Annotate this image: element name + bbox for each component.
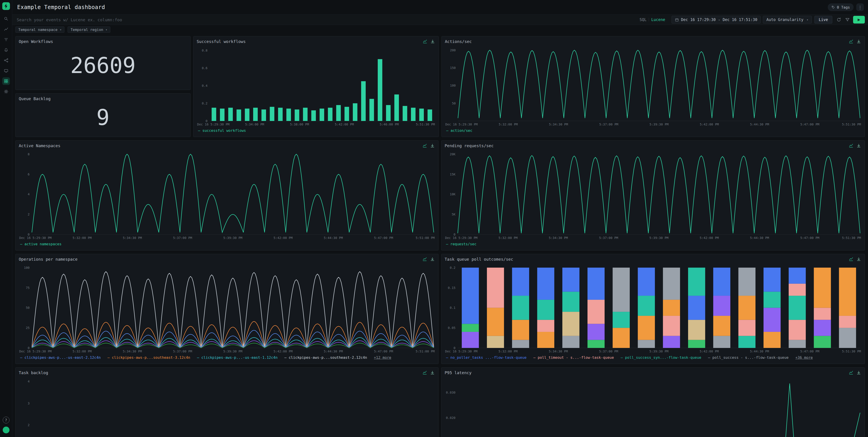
svg-text:0: 0	[454, 232, 456, 236]
svg-text:50: 50	[26, 306, 30, 310]
download-icon[interactable]	[430, 257, 435, 262]
app-logo[interactable]	[2, 2, 10, 10]
panel-actions	[423, 39, 435, 44]
legend-item[interactable]: — successful workflows	[198, 128, 246, 133]
granularity-select[interactable]: Auto Granularity ▾	[763, 16, 812, 24]
svg-text:25: 25	[26, 326, 30, 330]
svg-text:5:37:00 PM: 5:37:00 PM	[173, 349, 192, 353]
kebab-menu-button[interactable]: ⋮	[856, 3, 864, 11]
chart-alert-icon[interactable]	[849, 39, 854, 44]
svg-text:0: 0	[206, 119, 208, 123]
svg-text:5:34:30 PM: 5:34:30 PM	[549, 123, 568, 126]
download-icon[interactable]	[857, 143, 862, 148]
download-icon[interactable]	[430, 370, 435, 375]
svg-text:5:38:00 PM: 5:38:00 PM	[290, 123, 309, 126]
namespace-filter-label: Temporal namespace	[18, 28, 57, 32]
download-icon[interactable]	[857, 370, 862, 375]
chart-alert-icon[interactable]	[849, 257, 854, 262]
legend-item[interactable]: — clickpipes-aws-p...-us-east-2.12c4n	[20, 355, 101, 360]
svg-text:6: 6	[28, 173, 30, 176]
chart-alert-icon[interactable]	[423, 39, 428, 44]
alerts-icon[interactable]	[2, 46, 10, 54]
chart-alert-icon[interactable]	[423, 143, 428, 148]
task-backlog-chart[interactable]: 01234Dec 16 5:29:30 PM5:32:00 PM5:34:30 …	[19, 375, 435, 437]
chart-icon[interactable]	[2, 25, 10, 33]
panel-open-workflows: Open Workflows 26609	[16, 36, 191, 90]
legend-item[interactable]: — clickpipes-aws-p...southeast-3.12c4n	[107, 355, 190, 360]
download-icon[interactable]	[857, 39, 862, 44]
dashboards-icon[interactable]	[2, 77, 10, 85]
p95-latency-chart[interactable]: 00.0100.0200.030Dec 16 5:29:30 PM5:32:00…	[445, 375, 862, 437]
svg-text:0.05: 0.05	[448, 326, 456, 330]
svg-text:5:47:00 PM: 5:47:00 PM	[800, 123, 819, 126]
legend-item[interactable]: — poll_success - s...-flow-task-queue	[708, 355, 788, 360]
sidebar: ?	[0, 0, 12, 437]
run-search-button[interactable]: ▶	[853, 16, 865, 24]
chevron-down-icon: ▾	[60, 28, 61, 31]
chart-alert-icon[interactable]	[423, 257, 428, 262]
date-range-label: Dec 16 17:29:30 - Dec 16 17:51:30	[681, 18, 757, 22]
namespace-filter[interactable]: Temporal namespace ▾	[16, 27, 64, 33]
task-queue-poll-outcomes-chart[interactable]: 00.050.10.150.2Dec 16 5:29:30 PM5:32:00 …	[445, 262, 862, 361]
panel-actions	[849, 257, 862, 262]
search-input[interactable]	[16, 15, 636, 25]
legend-item[interactable]: — poll_timeout - s...-flow-task-queue	[533, 355, 614, 360]
search-icon[interactable]	[2, 15, 10, 23]
sessions-icon[interactable]	[2, 67, 10, 74]
date-range-picker[interactable]: Dec 16 17:29:30 - Dec 16 17:51:30	[672, 16, 761, 24]
svg-text:150: 150	[450, 66, 456, 70]
divider	[649, 18, 649, 22]
live-button[interactable]: Live	[814, 16, 832, 24]
page-title: Example Temporal dashboard	[17, 4, 105, 10]
legend-item[interactable]: — active namespaces	[20, 242, 61, 246]
panel-title: P95 latency	[445, 370, 471, 375]
download-icon[interactable]	[430, 143, 435, 148]
operations-per-namespace-chart[interactable]: 0255075100Dec 16 5:29:30 PM5:32:00 PM5:3…	[19, 262, 435, 361]
sql-toggle[interactable]: SQL	[640, 18, 647, 22]
traces-icon[interactable]	[2, 36, 10, 43]
svg-text:0.2: 0.2	[202, 101, 208, 105]
svg-text:5:32:00 PM: 5:32:00 PM	[72, 349, 92, 353]
svg-text:5:42:00 PM: 5:42:00 PM	[335, 123, 354, 126]
download-icon[interactable]	[430, 39, 435, 44]
settings-icon[interactable]	[2, 88, 10, 95]
chart-alert-icon[interactable]	[849, 370, 854, 375]
legend-item[interactable]: — action/sec	[446, 128, 472, 133]
svg-text:15K: 15K	[450, 173, 456, 176]
svg-text:4: 4	[28, 192, 30, 196]
chart-legend: — active namespaces	[19, 240, 435, 248]
legend-more[interactable]: +12 more	[374, 355, 391, 360]
svg-text:5K: 5K	[452, 213, 456, 216]
successful-workflows-chart[interactable]: 00.20.40.60.8Dec 16 5:29:30 PM5:34:00 PM…	[197, 44, 435, 134]
svg-text:Dec 16 5:29:30 PM: Dec 16 5:29:30 PM	[19, 349, 52, 353]
panel-title: Task queue poll outcomes/sec	[445, 257, 513, 261]
svg-text:5:42:00 PM: 5:42:00 PM	[700, 123, 719, 126]
user-avatar[interactable]	[3, 427, 9, 433]
lucene-toggle[interactable]: Lucene	[651, 18, 665, 22]
chart-alert-icon[interactable]	[849, 143, 854, 148]
svg-text:5:39:30 PM: 5:39:30 PM	[223, 349, 242, 353]
service-map-icon[interactable]	[2, 57, 10, 64]
help-button[interactable]: ?	[3, 417, 9, 424]
legend-item[interactable]: — clickpipes-aws-p...southeast-2.12c4n	[284, 355, 367, 360]
tags-badge[interactable]: 0 Tags	[828, 3, 854, 11]
legend-item[interactable]: — clickpipes-aws-p...-us-east-1.12c4n	[197, 355, 277, 360]
filter-button[interactable]	[843, 15, 852, 24]
panel-actions-sec: Actions/sec 50100150200Dec 16 5:29:30 PM…	[441, 36, 865, 137]
download-icon[interactable]	[857, 257, 862, 262]
refresh-button[interactable]	[835, 15, 843, 24]
svg-text:Dec 16 5:29:30 PM: Dec 16 5:29:30 PM	[445, 236, 477, 240]
legend-more[interactable]: +36 more	[796, 355, 813, 360]
active-namespaces-chart[interactable]: 02468Dec 16 5:29:30 PM5:32:00 PM5:34:30 …	[19, 148, 435, 248]
chart-alert-icon[interactable]	[423, 370, 428, 375]
legend-item[interactable]: — requests/sec	[446, 242, 476, 246]
legend-item[interactable]: — no_poller_tasks ...-flow-task-queue	[446, 355, 526, 360]
pending-requests-chart[interactable]: 05K10K15K20KDec 16 5:29:30 PM5:32:00 PM5…	[445, 148, 862, 248]
tags-badge-label: 0 Tags	[837, 5, 850, 9]
svg-text:100: 100	[24, 266, 30, 270]
actions-sec-chart[interactable]: 50100150200Dec 16 5:29:30 PM5:32:00 PM5:…	[445, 44, 862, 134]
svg-text:200: 200	[450, 49, 456, 52]
svg-text:5:32:00 PM: 5:32:00 PM	[498, 236, 518, 240]
region-filter[interactable]: Temporal region ▾	[68, 27, 110, 33]
legend-item[interactable]: — poll_success_syn...-flow-task-queue	[621, 355, 701, 360]
